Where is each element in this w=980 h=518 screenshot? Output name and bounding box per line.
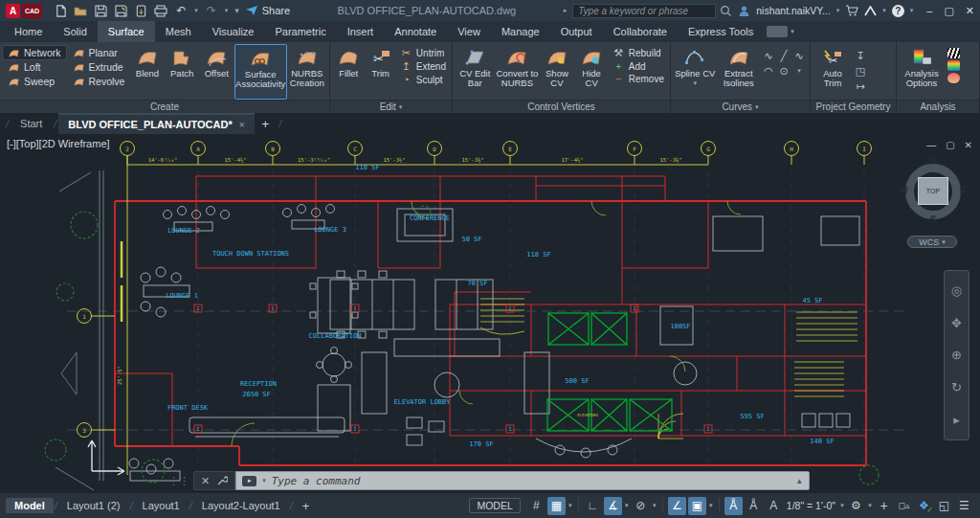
sculpt-button[interactable]: ◔Sculpt [397, 74, 449, 85]
spline-freehand-icon[interactable]: ∿ [764, 50, 772, 62]
graphics-performance-toggle[interactable]: ❖✓ [915, 497, 933, 515]
arc-tool-icon[interactable]: ◠ [764, 65, 773, 78]
tab-annotate[interactable]: Annotate [384, 21, 447, 42]
save-as-icon[interactable] [114, 4, 127, 17]
tab-view[interactable]: View [447, 21, 491, 42]
polar-tracking-toggle[interactable]: ∡ [604, 497, 622, 515]
polar-caret-icon[interactable]: ▾ [623, 502, 631, 509]
ribbon-extra-icon[interactable] [767, 26, 788, 37]
untrim-button[interactable]: ✂Untrim [397, 47, 449, 59]
blend-button[interactable]: Blend [130, 44, 164, 100]
extract-isolines-button[interactable]: Extract Isolines [718, 44, 761, 100]
project-to-ucs-icon[interactable]: ↧ [856, 50, 864, 62]
tab-collaborate[interactable]: Collaborate [603, 21, 678, 42]
print-icon[interactable] [154, 4, 167, 17]
gear-caret-icon[interactable]: ▾ [866, 502, 874, 509]
panel-label-edit[interactable]: Edit▾ [330, 100, 452, 113]
clean-screen-toggle[interactable]: ◱ [935, 497, 953, 515]
sweep-button[interactable]: Sweep [3, 75, 66, 88]
viewcube-top-face[interactable]: TOP [918, 177, 948, 205]
extend-button[interactable]: ↥Extend [397, 60, 449, 73]
zebra-analysis-icon[interactable] [947, 48, 960, 58]
planar-button[interactable]: Planar [68, 46, 130, 59]
viewport-restore-icon[interactable]: ▢ [946, 140, 954, 150]
command-grip-icon[interactable]: ⋮⋮ [168, 475, 189, 487]
fillet-button[interactable]: Fillet [333, 44, 364, 100]
open-folder-icon[interactable] [74, 4, 87, 17]
panel-label-analysis[interactable]: Analysis [897, 100, 979, 113]
panel-label-project-geometry[interactable]: Project Geometry [811, 100, 896, 113]
panel-label-curves[interactable]: Curves▾ [671, 100, 810, 113]
analysis-options-button[interactable]: Analysis Options [900, 44, 944, 100]
customization-gear-icon[interactable]: ⚙ [847, 497, 865, 515]
layout-tab-layout1[interactable]: Layout1 [134, 498, 189, 513]
draft-analysis-icon[interactable] [947, 73, 960, 83]
tab-express-tools[interactable]: Express Tools [678, 21, 764, 42]
surface-associativity-button[interactable]: Surface Associativity [234, 44, 287, 100]
file-tab-start[interactable]: Start [11, 113, 52, 134]
network-button[interactable]: Network [3, 46, 66, 59]
pan-icon[interactable]: ✥ [951, 316, 962, 330]
isolate-objects-toggle[interactable]: ◻▵ [895, 497, 913, 515]
osnap-caret-icon[interactable]: ▾ [707, 502, 715, 509]
redo-icon[interactable]: ↷ [205, 4, 218, 17]
search-icon[interactable] [720, 5, 732, 17]
panel-label-create[interactable]: Create [0, 100, 329, 113]
zoom-icon[interactable]: ⊕ [951, 348, 962, 362]
viewport-close-icon[interactable]: ✕ [965, 140, 972, 150]
patch-button[interactable]: Patch [166, 44, 199, 100]
status-menu-icon[interactable]: ☰ [955, 497, 973, 515]
isodraft-toggle[interactable]: ⊘ [632, 497, 650, 515]
new-drawing-tab-button[interactable]: + [255, 113, 278, 134]
annotation-scale-icon[interactable]: A [765, 497, 783, 515]
nurbs-creation-button[interactable]: NURBS Creation [288, 44, 326, 100]
redo-caret-icon[interactable]: ▾ [225, 7, 229, 14]
undo-icon[interactable]: ↶ [174, 4, 188, 17]
file-tab-close-icon[interactable]: × [239, 120, 245, 130]
curve-blend-icon[interactable]: ∿ [794, 50, 803, 62]
close-button[interactable]: ✕ [966, 5, 974, 17]
object-snap-toggle[interactable]: ▣ [688, 497, 706, 515]
ortho-toggle[interactable]: ∟ [584, 497, 602, 515]
spline-cv-button[interactable]: Spline CV▾ [674, 44, 717, 100]
autodesk-caret-icon[interactable]: ▾ [882, 7, 886, 14]
project-to-view-icon[interactable]: ◳ [856, 65, 865, 78]
layout-tab-model[interactable]: Model [6, 498, 54, 513]
search-input[interactable]: Type a keyword or phrase [572, 4, 716, 18]
viewport-controls-label[interactable]: [-][Top][2D Wireframe] [7, 138, 110, 149]
isodraft-caret-icon[interactable]: ▾ [651, 502, 658, 509]
user-icon[interactable] [738, 5, 750, 17]
auto-trim-button[interactable]: ✂Auto Trim [813, 44, 852, 100]
save-icon[interactable] [94, 4, 107, 17]
user-name[interactable]: nishant.naikVY... [756, 5, 830, 16]
tab-manage[interactable]: Manage [491, 21, 550, 42]
annotation-scale-value[interactable]: 1/8" = 1'-0" [787, 500, 835, 511]
viewcube-east[interactable]: E [957, 186, 969, 196]
project-to-2points-icon[interactable]: ↦ [856, 80, 864, 93]
offset-button[interactable]: Offset [200, 44, 234, 100]
tab-insert[interactable]: Insert [337, 21, 385, 42]
viewcube-west[interactable]: W [898, 186, 909, 196]
command-close-icon[interactable]: ✕ [201, 475, 210, 487]
file-tab-document[interactable]: BLVD OFFICE_PLAN-AUTOCAD*× [58, 113, 254, 134]
curves-more-caret-icon[interactable]: ▾ [797, 67, 801, 75]
viewcube[interactable]: N W E S TOP [901, 159, 966, 224]
command-prompt-icon[interactable]: ▸ [242, 476, 256, 486]
ribbon-extra-caret-icon[interactable]: ▾ [791, 28, 794, 35]
viewport-minimize-icon[interactable]: — [926, 140, 936, 150]
autoscale-toggle[interactable]: Å [745, 497, 763, 515]
layout-tab-layout1-2[interactable]: Layout1 (2) [58, 498, 129, 513]
tab-mesh[interactable]: Mesh [155, 21, 202, 42]
line-tool-icon[interactable]: ╱ [781, 50, 788, 62]
circle-tool-icon[interactable]: ⊙ [779, 65, 788, 78]
snap-mode-toggle[interactable]: ▦ [547, 497, 566, 515]
cv-edit-bar-button[interactable]: CV Edit Bar [456, 44, 495, 100]
tab-parametric[interactable]: Parametric [264, 21, 336, 42]
hide-cv-button[interactable]: Hide CV [575, 44, 609, 100]
panel-label-control-vertices[interactable]: Control Vertices [453, 100, 670, 113]
viewcube-north[interactable]: N [927, 155, 939, 166]
tab-visualize[interactable]: Visualize [202, 21, 265, 42]
drawing-area[interactable]: 2ABCDEFGHI1314'-6⁷⁄₁₆"15'-4¼"15'-3¹³⁄₁₆"… [0, 134, 980, 493]
grid-display-toggle[interactable]: # [527, 497, 546, 515]
command-history-caret-icon[interactable]: ▾ [262, 477, 266, 484]
